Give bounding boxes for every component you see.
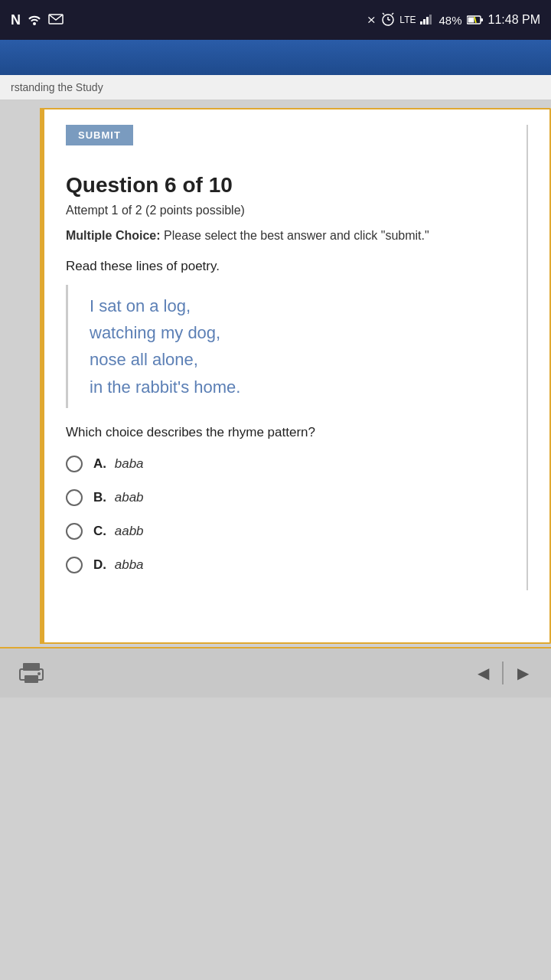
radio-b[interactable]: [66, 489, 83, 506]
instructions-label: Multiple Choice:: [66, 229, 161, 242]
nav-arrows: ◀ ▶: [470, 660, 536, 686]
bottom-toolbar: ◀ ▶: [0, 647, 551, 697]
question-text: Which choice describes the rhyme pattern…: [66, 425, 516, 440]
svg-line-5: [392, 13, 393, 15]
print-button[interactable]: [15, 657, 47, 689]
prompt-text: Read these lines of poetry.: [66, 259, 516, 274]
option-b[interactable]: B. abab: [66, 489, 516, 506]
bluetooth-icon: ⨯: [367, 13, 377, 27]
status-left-icons: N: [11, 12, 64, 28]
svg-rect-7: [423, 19, 425, 24]
radio-d[interactable]: [66, 557, 83, 573]
battery-icon: [467, 14, 484, 27]
netflix-icon: N: [11, 12, 21, 28]
top-blue-bar: [0, 40, 551, 75]
card-right-divider: [527, 125, 528, 590]
grey-area: [0, 697, 551, 980]
breadcrumb-text: rstanding the Study: [11, 81, 103, 93]
svg-point-17: [37, 672, 41, 675]
option-d[interactable]: D. abba: [66, 557, 516, 573]
svg-rect-8: [426, 17, 429, 24]
option-a-letter: A.: [93, 456, 106, 471]
option-c-value: aabb: [115, 524, 144, 538]
option-a-value: baba: [115, 456, 144, 471]
radio-a[interactable]: [66, 456, 83, 472]
option-a[interactable]: A. baba: [66, 456, 516, 472]
breadcrumb: rstanding the Study: [0, 75, 551, 100]
prev-arrow-button[interactable]: ◀: [470, 660, 496, 686]
svg-rect-16: [24, 675, 38, 683]
submit-button[interactable]: SUBMIT: [66, 125, 133, 145]
option-d-value: abba: [115, 557, 144, 572]
instructions: Multiple Choice: Please select the best …: [66, 227, 516, 245]
network-icon: LTE: [399, 15, 416, 25]
svg-rect-6: [420, 21, 422, 24]
instructions-text: Please select the best answer and click …: [161, 229, 429, 242]
question-title: Question 6 of 10: [66, 173, 516, 198]
nav-divider: [502, 662, 504, 684]
svg-rect-11: [481, 18, 483, 21]
battery-percent: 48%: [439, 14, 461, 27]
radio-c[interactable]: [66, 523, 83, 540]
poetry-line-4: in the rabbit's home.: [90, 374, 516, 400]
poetry-line-3: nose all alone,: [90, 346, 516, 373]
option-b-letter: B.: [93, 490, 106, 505]
next-arrow-button[interactable]: ▶: [510, 660, 536, 686]
option-c-letter: C.: [93, 524, 106, 538]
option-b-value: abab: [115, 490, 144, 505]
wifi-icon: [27, 13, 42, 28]
attempt-line: Attempt 1 of 2 (2 points possible): [66, 204, 516, 217]
mail-icon: [48, 14, 64, 27]
status-right-icons: ⨯ LTE 48%: [367, 12, 540, 28]
poetry-block: I sat on a log, watching my dog, nose al…: [66, 285, 516, 408]
time-display: 11:48 PM: [488, 13, 540, 27]
status-bar: N ⨯ LTE: [0, 0, 551, 40]
svg-rect-9: [429, 15, 432, 24]
poetry-line-1: I sat on a log,: [90, 292, 516, 319]
option-c[interactable]: C. aabb: [66, 523, 516, 540]
svg-line-13: [474, 17, 476, 23]
svg-rect-12: [468, 17, 474, 22]
alarm-icon: [381, 12, 395, 28]
signal-bars-icon: [420, 14, 434, 27]
question-card: SUBMIT Question 6 of 10 Attempt 1 of 2 (…: [44, 108, 551, 644]
poetry-line-2: watching my dog,: [90, 319, 516, 346]
svg-line-4: [383, 13, 384, 15]
option-d-letter: D.: [93, 557, 106, 572]
main-container: SUBMIT Question 6 of 10 Attempt 1 of 2 (…: [0, 100, 551, 980]
